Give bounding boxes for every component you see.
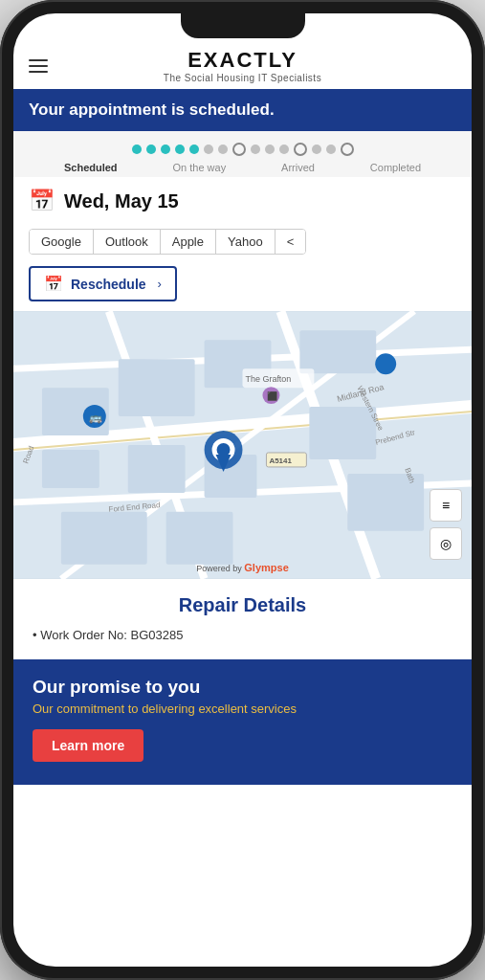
progress-dot-6: [204, 145, 213, 154]
repair-section: Repair Details Work Order No: BG03285: [13, 579, 472, 659]
progress-dot-completed: [341, 143, 354, 156]
phone-screen: EXACTLY The Social Housing IT Specialist…: [13, 13, 472, 967]
svg-rect-19: [166, 512, 233, 565]
svg-rect-18: [61, 512, 147, 565]
promise-subtitle: Our commitment to delivering excellent s…: [33, 702, 452, 716]
svg-text:A5141: A5141: [269, 457, 292, 465]
logo-text: EXACTLY: [164, 48, 321, 73]
powered-by-label: Powered by: [196, 564, 242, 573]
date-text: Wed, May 15: [64, 190, 179, 212]
map-layers-button[interactable]: ≡: [430, 489, 462, 522]
calendar-tabs: Google Outlook Apple Yahoo <: [29, 229, 306, 255]
progress-dot-11: [312, 145, 321, 154]
date-section: 📅 Wed, May 15: [13, 177, 472, 225]
reschedule-chevron-icon: ›: [158, 277, 162, 291]
map-locate-icon: ◎: [440, 536, 452, 551]
repair-title: Repair Details: [33, 594, 452, 616]
phone-frame: EXACTLY The Social Housing IT Specialist…: [0, 0, 485, 980]
progress-dot-9: [265, 145, 275, 154]
calendar-tabs-section: Google Outlook Apple Yahoo <: [13, 225, 472, 262]
glympse-brand: Glympse: [244, 562, 288, 573]
screen-content: EXACTLY The Social Housing IT Specialist…: [13, 13, 472, 967]
app-header: EXACTLY The Social Housing IT Specialist…: [13, 40, 472, 89]
promise-footer: Our promise to you Our commitment to del…: [13, 659, 472, 785]
progress-dot-1: [132, 145, 142, 154]
progress-label-arrived: Arrived: [281, 162, 315, 173]
hamburger-menu-icon[interactable]: [29, 59, 48, 73]
calendar-icon: 📅: [29, 189, 55, 213]
progress-label-scheduled: Scheduled: [64, 162, 118, 173]
svg-rect-10: [42, 450, 99, 488]
progress-dot-7: [218, 145, 228, 154]
map-powered-by: Powered by Glympse: [196, 562, 289, 573]
svg-rect-16: [309, 407, 376, 459]
cal-tab-more[interactable]: <: [276, 230, 306, 254]
repair-item-0: Work Order No: BG03285: [33, 626, 452, 644]
progress-dot-2: [146, 145, 156, 154]
reschedule-icon: 📅: [44, 275, 63, 293]
map-locate-button[interactable]: ◎: [430, 527, 462, 560]
progress-dot-12: [326, 145, 336, 154]
reschedule-section: 📅 Reschedule ›: [13, 262, 472, 311]
progress-dot-5: [189, 145, 199, 154]
progress-section: Scheduled On the way Arrived Completed: [13, 131, 472, 177]
map-svg: Midland Roa Prebend Str Ford End Road Ro…: [13, 311, 472, 579]
svg-rect-14: [128, 445, 186, 493]
logo-tagline: The Social Housing IT Specialists: [164, 73, 321, 83]
cal-tab-yahoo[interactable]: Yahoo: [216, 230, 276, 254]
logo-area: EXACTLY The Social Housing IT Specialist…: [164, 48, 321, 83]
svg-text:🚌: 🚌: [89, 411, 102, 424]
banner-text: Your appointment is scheduled.: [29, 100, 275, 119]
reschedule-button[interactable]: 📅 Reschedule ›: [29, 266, 177, 301]
progress-dot-active: [232, 143, 246, 156]
svg-point-37: [217, 443, 231, 457]
progress-dot-10: [279, 145, 289, 154]
progress-label-completed: Completed: [370, 162, 421, 173]
progress-labels: Scheduled On the way Arrived Completed: [29, 162, 456, 173]
progress-dot-8: [251, 145, 260, 154]
svg-rect-11: [119, 359, 195, 416]
progress-label-onway: On the way: [173, 162, 227, 173]
phone-notch: [181, 13, 305, 38]
cal-tab-outlook[interactable]: Outlook: [94, 230, 161, 254]
svg-point-34: [375, 353, 396, 374]
progress-dots: [29, 143, 456, 156]
learn-more-button[interactable]: Learn more: [33, 729, 143, 762]
svg-rect-13: [299, 330, 376, 373]
svg-text:The Grafton: The Grafton: [245, 374, 291, 384]
cal-tab-google[interactable]: Google: [30, 230, 94, 254]
appointment-banner: Your appointment is scheduled.: [13, 89, 472, 131]
reschedule-label: Reschedule: [71, 277, 146, 292]
map-section: Midland Roa Prebend Str Ford End Road Ro…: [13, 311, 472, 579]
promise-title: Our promise to you: [33, 677, 452, 698]
map-layers-icon: ≡: [442, 498, 450, 513]
cal-tab-apple[interactable]: Apple: [161, 230, 216, 254]
progress-dot-3: [161, 145, 170, 154]
progress-dot-4: [175, 145, 185, 154]
progress-dot-arrived: [294, 143, 307, 156]
svg-text:⬛: ⬛: [267, 390, 278, 402]
